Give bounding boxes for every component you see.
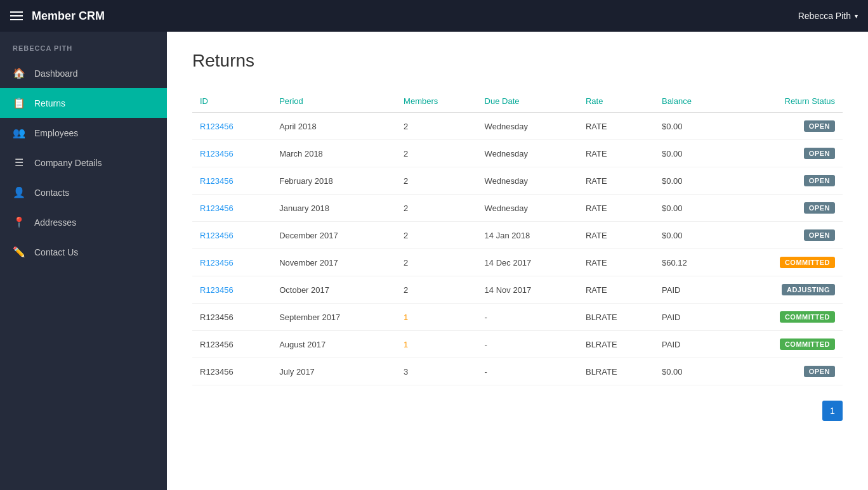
cell-balance: PAID — [654, 276, 728, 304]
header-left: Member CRM — [10, 10, 105, 23]
status-badge: ADJUSTING — [782, 284, 835, 295]
user-menu[interactable]: Rebecca Pith ▾ — [798, 11, 858, 21]
cell-status: COMMITTED — [728, 249, 843, 276]
table-row: R123456February 20182WednesdayRATE$0.00O… — [192, 167, 843, 195]
top-header: Member CRM Rebecca Pith ▾ — [0, 0, 868, 32]
sidebar-item-dashboard[interactable]: 🏠 Dashboard — [0, 58, 167, 88]
cell-id[interactable]: R123456 — [192, 167, 272, 195]
status-badge: OPEN — [804, 175, 835, 186]
cell-members: 2 — [396, 113, 477, 140]
cell-period: August 2017 — [272, 331, 396, 358]
contacts-icon: 👤 — [13, 186, 25, 198]
cell-balance: $0.00 — [654, 358, 728, 385]
table-body: R123456April 20182WednesdayRATE$0.00OPEN… — [192, 113, 843, 385]
sidebar: REBECCA PITH 🏠 Dashboard 📋 Returns 👥 Emp… — [0, 32, 167, 490]
status-badge: COMMITTED — [780, 311, 835, 323]
table-header: ID Period Members Due Date Rate Balance … — [192, 90, 843, 113]
cell-status: OPEN — [728, 140, 843, 167]
cell-due-date: Wednesday — [477, 195, 578, 222]
cell-due-date: - — [477, 358, 578, 385]
sidebar-label-contact-us: Contact Us — [34, 247, 78, 257]
cell-period: September 2017 — [272, 304, 396, 331]
cell-status: OPEN — [728, 358, 843, 385]
col-members: Members — [396, 90, 477, 113]
sidebar-label-contacts: Contacts — [34, 188, 69, 198]
cell-balance: $0.00 — [654, 167, 728, 195]
sidebar-label-returns: Returns — [34, 98, 65, 108]
cell-id: R123456 — [192, 358, 272, 385]
status-badge: COMMITTED — [780, 338, 835, 350]
cell-balance: PAID — [654, 331, 728, 358]
sidebar-label-company-details: Company Details — [34, 158, 102, 168]
sidebar-label-dashboard: Dashboard — [34, 68, 78, 79]
cell-members: 2 — [396, 276, 477, 304]
sidebar-item-employees[interactable]: 👥 Employees — [0, 118, 167, 148]
cell-due-date: Wednesday — [477, 113, 578, 140]
cell-id[interactable]: R123456 — [192, 249, 272, 276]
cell-id[interactable]: R123456 — [192, 195, 272, 222]
cell-rate: RATE — [578, 222, 654, 249]
cell-id[interactable]: R123456 — [192, 113, 272, 140]
table-row: R123456November 2017214 Dec 2017RATE$60.… — [192, 249, 843, 276]
cell-id[interactable]: R123456 — [192, 222, 272, 249]
cell-members: 2 — [396, 222, 477, 249]
sidebar-label-employees: Employees — [34, 128, 78, 138]
col-due-date: Due Date — [477, 90, 578, 113]
page-1-button[interactable]: 1 — [822, 401, 843, 421]
status-badge: COMMITTED — [780, 257, 835, 268]
sidebar-item-returns[interactable]: 📋 Returns — [0, 88, 167, 118]
cell-members: 2 — [396, 195, 477, 222]
cell-status: COMMITTED — [728, 331, 843, 358]
hamburger-icon[interactable] — [10, 11, 23, 20]
cell-due-date: 14 Dec 2017 — [477, 249, 578, 276]
addresses-icon: 📍 — [13, 216, 25, 228]
contact-us-icon: ✏️ — [13, 246, 25, 258]
sidebar-item-contact-us[interactable]: ✏️ Contact Us — [0, 237, 167, 267]
employees-icon: 👥 — [13, 127, 25, 139]
status-badge: OPEN — [804, 366, 835, 377]
cell-id[interactable]: R123456 — [192, 276, 272, 304]
sidebar-item-company-details[interactable]: ☰ Company Details — [0, 148, 167, 177]
cell-period: October 2017 — [272, 276, 396, 304]
cell-period: April 2018 — [272, 113, 396, 140]
col-rate: Rate — [578, 90, 654, 113]
cell-members: 1 — [396, 331, 477, 358]
sidebar-item-addresses[interactable]: 📍 Addresses — [0, 207, 167, 237]
sidebar-item-contacts[interactable]: 👤 Contacts — [0, 177, 167, 207]
table-row: R123456April 20182WednesdayRATE$0.00OPEN — [192, 113, 843, 140]
chevron-down-icon: ▾ — [855, 13, 858, 20]
cell-status: OPEN — [728, 222, 843, 249]
cell-due-date: - — [477, 304, 578, 331]
sidebar-username: REBECCA PITH — [0, 32, 167, 58]
cell-rate: BLRATE — [578, 358, 654, 385]
cell-members: 3 — [396, 358, 477, 385]
cell-period: July 2017 — [272, 358, 396, 385]
status-badge: OPEN — [804, 202, 835, 214]
cell-id[interactable]: R123456 — [192, 140, 272, 167]
main-layout: REBECCA PITH 🏠 Dashboard 📋 Returns 👥 Emp… — [0, 32, 868, 490]
cell-balance: $0.00 — [654, 222, 728, 249]
cell-status: OPEN — [728, 167, 843, 195]
table-row: R123456March 20182WednesdayRATE$0.00OPEN — [192, 140, 843, 167]
cell-members: 1 — [396, 304, 477, 331]
cell-status: COMMITTED — [728, 304, 843, 331]
cell-balance: $0.00 — [654, 195, 728, 222]
col-return-status: Return Status — [728, 90, 843, 113]
cell-balance: PAID — [654, 304, 728, 331]
cell-rate: RATE — [578, 167, 654, 195]
page-title: Returns — [192, 51, 843, 71]
company-icon: ☰ — [13, 157, 25, 169]
status-badge: OPEN — [804, 148, 835, 159]
cell-members: 2 — [396, 249, 477, 276]
cell-rate: RATE — [578, 276, 654, 304]
cell-due-date: - — [477, 331, 578, 358]
cell-period: November 2017 — [272, 249, 396, 276]
cell-due-date: Wednesday — [477, 167, 578, 195]
cell-period: March 2018 — [272, 140, 396, 167]
cell-id: R123456 — [192, 331, 272, 358]
home-icon: 🏠 — [13, 67, 25, 79]
table-row: R123456October 2017214 Nov 2017RATEPAIDA… — [192, 276, 843, 304]
cell-due-date: 14 Nov 2017 — [477, 276, 578, 304]
content-area: Returns ID Period Members Due Date Rate … — [167, 32, 868, 490]
col-id: ID — [192, 90, 272, 113]
